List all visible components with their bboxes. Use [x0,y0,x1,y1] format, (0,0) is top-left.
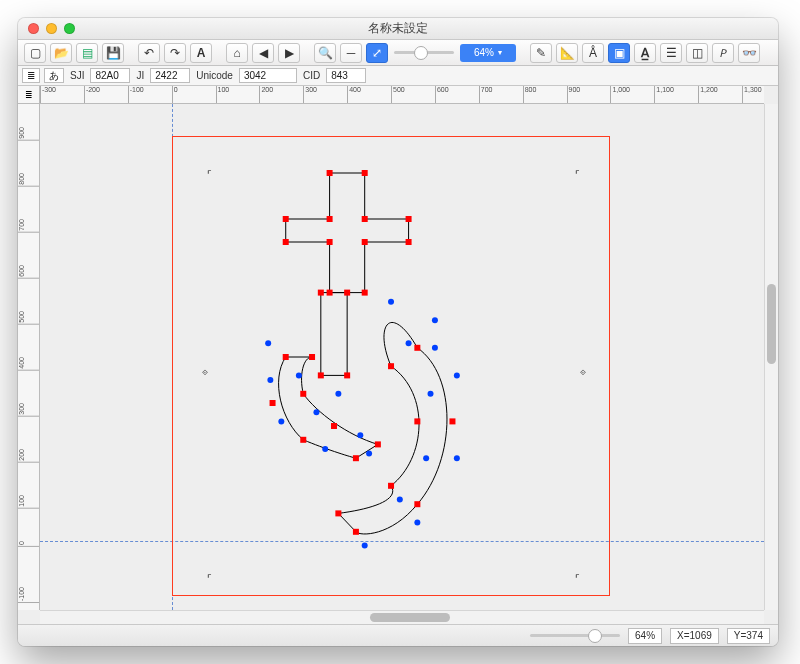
cid-label: CID [301,70,322,81]
glyph-outline[interactable]: ⌜⌜⌜⌜⟐⟐ [40,104,764,610]
status-y-label: Y= [734,630,747,641]
svg-point-39 [423,455,429,461]
svg-point-42 [267,377,273,383]
svg-point-37 [362,543,368,549]
open-button[interactable]: 📂 [50,43,72,63]
glyph-canvas[interactable]: ⌜⌜⌜⌜⟐⟐ [40,104,764,610]
svg-point-45 [366,451,372,457]
save-button[interactable]: ▤ [76,43,98,63]
svg-rect-29 [331,423,337,429]
svg-point-43 [278,418,284,424]
status-zoom-slider[interactable] [530,634,620,637]
text-tool-button[interactable]: A [190,43,212,63]
glyph-sample[interactable]: あ [44,68,64,83]
main-toolbar: ▢ 📂 ▤ 💾 ↶ ↷ A ⌂ ◀ ▶ 🔍 ─ ⤢ 64% ✎ 📐 Å ▣ A̲… [18,40,778,66]
svg-point-51 [432,345,438,351]
select-a-button[interactable]: ▣ [608,43,630,63]
sjis-label: SJI [68,70,86,81]
svg-point-41 [406,340,412,346]
status-bar: 64% X= 1069 Y= 374 [18,624,778,646]
redo-button[interactable]: ↷ [164,43,186,63]
svg-point-38 [397,497,403,503]
ruler-vertical[interactable]: 9008007006005004003002001000-100 [18,104,40,610]
svg-rect-18 [414,501,420,507]
svg-rect-28 [375,441,381,447]
scrollbar-h-thumb[interactable] [370,613,450,622]
svg-rect-26 [300,437,306,443]
svg-point-46 [313,409,319,415]
window-title: 名称未設定 [18,20,778,37]
svg-rect-31 [309,354,315,360]
svg-point-34 [454,372,460,378]
cid-field[interactable]: 843 [326,68,366,83]
measure-button[interactable]: 📐 [556,43,578,63]
unicode-field[interactable]: 3042 [239,68,297,83]
ruler-corner[interactable]: ≣ [18,86,40,104]
warp-button[interactable]: ◫ [686,43,708,63]
snap-button[interactable]: ☰ [660,43,682,63]
svg-text:⌜: ⌜ [207,573,212,584]
glasses-button[interactable]: 👓 [738,43,760,63]
svg-text:⌜: ⌜ [207,169,212,180]
svg-rect-6 [362,290,368,296]
zoom-in-button[interactable]: 🔍 [314,43,336,63]
svg-rect-8 [327,239,333,245]
home-button[interactable]: ⌂ [226,43,248,63]
svg-rect-30 [300,391,306,397]
select-b-button[interactable]: A̲ [634,43,656,63]
link-button[interactable]: 𝘗 [712,43,734,63]
svg-point-49 [335,391,341,397]
svg-rect-25 [270,400,276,406]
status-x: X= 1069 [670,628,719,644]
status-zoom[interactable]: 64% [628,628,662,644]
sjis-field[interactable]: 82A0 [90,68,130,83]
svg-rect-16 [414,345,420,351]
step-back-button[interactable]: ◀ [252,43,274,63]
svg-text:⌜: ⌜ [575,573,580,584]
svg-rect-2 [362,216,368,222]
status-y-value: 374 [746,630,763,641]
svg-rect-11 [327,216,333,222]
svg-point-50 [265,340,271,346]
step-forward-button[interactable]: ▶ [278,43,300,63]
unicode-label: Unicode [194,70,235,81]
svg-rect-9 [283,239,289,245]
zoom-select[interactable]: 64% [460,44,516,62]
undo-button[interactable]: ↶ [138,43,160,63]
status-x-label: X= [677,630,690,641]
svg-rect-7 [327,290,333,296]
svg-rect-24 [283,354,289,360]
svg-rect-3 [406,216,412,222]
workspace: ≣ -300-200-10001002003004005006007008009… [18,86,778,624]
scrollbar-horizontal[interactable] [40,610,764,624]
eyedropper-button[interactable]: ✎ [530,43,552,63]
titlebar[interactable]: 名称未設定 [18,18,778,40]
app-window: 名称未設定 ▢ 📂 ▤ 💾 ↶ ↷ A ⌂ ◀ ▶ 🔍 ─ ⤢ 64% ✎ 📐 … [18,18,778,646]
new-button[interactable]: ▢ [24,43,46,63]
svg-rect-22 [414,418,420,424]
zoom-out-button[interactable]: ─ [340,43,362,63]
svg-text:⟐: ⟐ [580,366,586,377]
jis-field[interactable]: 2422 [150,68,190,83]
svg-rect-1 [362,170,368,176]
svg-rect-15 [318,290,324,296]
svg-point-47 [296,372,302,378]
compass-button[interactable]: Å [582,43,604,63]
export-button[interactable]: 💾 [102,43,124,63]
svg-point-40 [428,391,434,397]
status-y: Y= 374 [727,628,770,644]
svg-rect-4 [406,239,412,245]
zoom-slider[interactable] [394,51,454,54]
svg-rect-14 [318,372,324,378]
svg-point-36 [414,520,420,526]
svg-rect-10 [283,216,289,222]
jis-label: JI [134,70,146,81]
grid-toggle[interactable]: ≣ [22,68,40,83]
fit-button[interactable]: ⤢ [366,43,388,63]
scrollbar-vertical[interactable] [764,104,778,610]
svg-rect-0 [327,170,333,176]
scrollbar-v-thumb[interactable] [767,284,776,364]
ruler-horizontal[interactable]: -300-200-1000100200300400500600700800900… [40,86,764,104]
svg-text:⌜: ⌜ [575,169,580,180]
svg-point-32 [388,299,394,305]
